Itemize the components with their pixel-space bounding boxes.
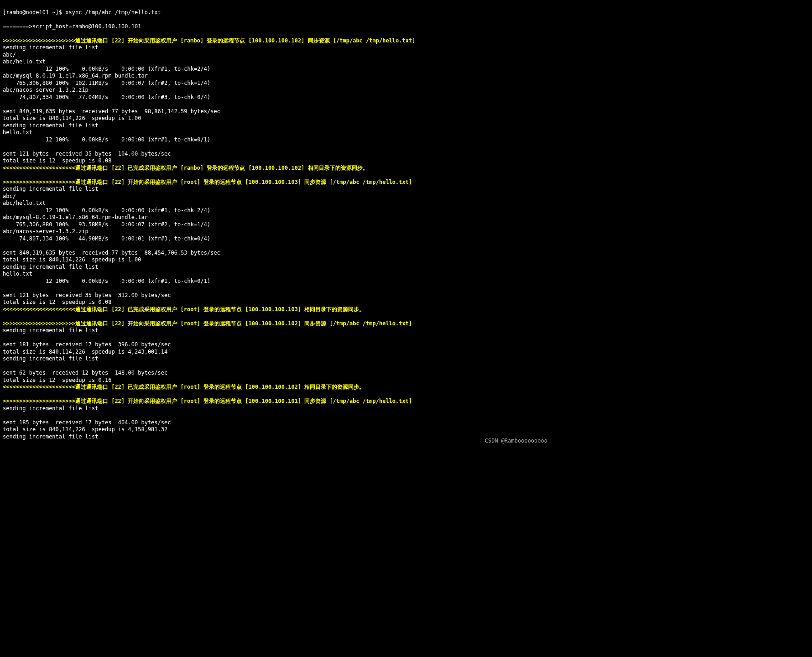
output-line: sending incremental file list <box>3 327 99 334</box>
output-line: total size is 840,114,226 speedup is 4,1… <box>3 426 167 433</box>
output-line: sending incremental file list <box>3 355 99 362</box>
output-line: total size is 840,114,226 speedup is 1.0… <box>3 256 141 263</box>
output-line: sent 62 bytes received 12 bytes 148.00 b… <box>3 370 167 376</box>
output-line: abc/ <box>3 193 16 199</box>
output-line: sending incremental file list <box>3 264 99 270</box>
output-line: sending incremental file list <box>3 405 99 412</box>
sync-end-line: <<<<<<<<<<<<<<<<<<<<<<通过通讯端口 [22] 已完成采用鉴… <box>3 165 368 171</box>
script-host-line: ========>script_host=rambo@100.100.100.1… <box>3 23 141 30</box>
sync-start-line: >>>>>>>>>>>>>>>>>>>>>>通过通讯端口 [22] 开始向采用鉴… <box>3 37 415 44</box>
output-line: 12 100% 0.00kB/s 0:00:00 (xfr#1, to-chk=… <box>3 278 210 284</box>
output-line: 12 100% 0.00kB/s 0:00:00 (xfr#1, to-chk=… <box>3 66 210 72</box>
output-line: sending incremental file list <box>3 44 99 51</box>
output-line: sent 121 bytes received 35 bytes 104.00 … <box>3 151 171 157</box>
watermark: CSDN @Rambooooooooo <box>485 438 547 445</box>
output-line: sent 185 bytes received 17 bytes 404.00 … <box>3 419 171 426</box>
output-line: sent 840,319,635 bytes received 77 bytes… <box>3 108 220 115</box>
output-line: abc/hello.txt <box>3 58 46 65</box>
terminal[interactable]: [rambo@node101 ~]$ xsync /tmp/abc /tmp/h… <box>0 0 552 447</box>
output-line: abc/nacos-server-1.3.2.zip <box>3 87 88 93</box>
sync-start-line: >>>>>>>>>>>>>>>>>>>>>>通过通讯端口 [22] 开始向采用鉴… <box>3 320 412 327</box>
output-line: abc/ <box>3 52 16 58</box>
output-line: total size is 12 speedup is 0.08 <box>3 299 111 305</box>
output-line: sent 840,319,635 bytes received 77 bytes… <box>3 250 220 256</box>
output-line: 74,807,334 100% 44.90MB/s 0:00:01 (xfr#3… <box>3 235 210 242</box>
output-line: abc/hello.txt <box>3 200 46 206</box>
output-line: 12 100% 0.00kB/s 0:00:00 (xfr#1, to-chk=… <box>3 207 210 214</box>
output-line: abc/mysql-8.0.19-1.el7.x86_64.rpm-bundle… <box>3 73 148 79</box>
sync-start-line: >>>>>>>>>>>>>>>>>>>>>>通过通讯端口 [22] 开始向采用鉴… <box>3 179 412 185</box>
output-line: 12 100% 0.00kB/s 0:00:00 (xfr#1, to-chk=… <box>3 136 210 143</box>
output-line: 74,807,334 100% 77.04MB/s 0:00:00 (xfr#3… <box>3 94 210 100</box>
output-line: hello.txt <box>3 129 32 136</box>
output-line: sending incremental file list <box>3 186 99 192</box>
output-line: abc/nacos-server-1.3.2.zip <box>3 228 88 235</box>
output-line: total size is 12 speedup is 0.08 <box>3 157 111 164</box>
output-line: sent 181 bytes received 17 bytes 396.00 … <box>3 341 171 348</box>
sync-end-line: <<<<<<<<<<<<<<<<<<<<<<通过通讯端口 [22] 已完成采用鉴… <box>3 306 364 313</box>
output-line: total size is 840,114,226 speedup is 4,2… <box>3 349 167 355</box>
output-line: 765,306,880 100% 93.58MB/s 0:00:07 (xfr#… <box>3 221 210 228</box>
shell-prompt-1: [rambo@node101 ~]$ xsync /tmp/abc /tmp/h… <box>3 9 161 16</box>
output-line: abc/mysql-8.0.19-1.el7.x86_64.rpm-bundle… <box>3 214 148 220</box>
output-line: sending incremental file list <box>3 122 99 129</box>
sync-end-line: <<<<<<<<<<<<<<<<<<<<<<通过通讯端口 [22] 已完成采用鉴… <box>3 384 364 390</box>
output-line: sending incremental file list <box>3 433 99 440</box>
output-line: total size is 12 speedup is 0.16 <box>3 377 111 383</box>
output-line: 765,306,880 100% 102.11MB/s 0:00:07 (xfr… <box>3 80 210 86</box>
output-line: sent 121 bytes received 35 bytes 312.00 … <box>3 292 171 298</box>
sync-start-line: >>>>>>>>>>>>>>>>>>>>>>通过通讯端口 [22] 开始向采用鉴… <box>3 398 412 404</box>
output-line: hello.txt <box>3 271 32 277</box>
output-line: total size is 840,114,226 speedup is 1.0… <box>3 115 141 121</box>
